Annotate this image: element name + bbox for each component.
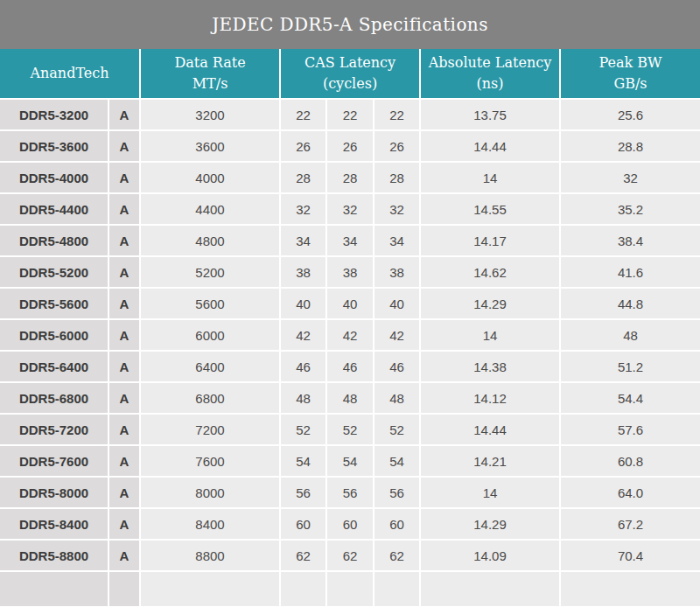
col-header-sublabel: (ns)	[421, 73, 559, 94]
cas-latency-cell	[280, 571, 326, 606]
table-row: DDR5-8400 A 8400 60 60 60 14.29 67.2	[0, 508, 700, 540]
absolute-latency-cell: 14.17	[420, 225, 560, 256]
cas-latency-cell: 54	[374, 445, 420, 477]
data-rate-cell: 6800	[140, 382, 280, 414]
spec-table-page: JEDEC DDR5-A Specifications AnandTech Da…	[0, 0, 700, 607]
col-header-peak-bw: Peak BW GB/s	[560, 49, 700, 99]
cas-latency-cell: 28	[374, 162, 420, 193]
row-variant: A	[108, 193, 140, 225]
row-label: DDR5-4800	[0, 225, 108, 256]
cas-latency-cell: 34	[326, 225, 374, 256]
col-header-label: Data Rate	[141, 52, 279, 73]
peak-bw-cell: 25.6	[560, 99, 700, 130]
cas-latency-cell: 26	[374, 130, 420, 162]
cas-latency-cell: 32	[374, 193, 420, 225]
table-row: DDR5-8000 A 8000 56 56 56 14 64.0	[0, 477, 700, 508]
table-row: DDR5-4800 A 4800 34 34 34 14.17 38.4	[0, 225, 700, 256]
row-label: DDR5-5200	[0, 256, 108, 288]
cas-latency-cell: 28	[326, 162, 374, 193]
row-label: DDR5-4000	[0, 162, 108, 193]
peak-bw-cell: 32	[560, 162, 700, 193]
data-rate-cell: 6000	[140, 319, 280, 351]
cas-latency-cell: 54	[280, 445, 326, 477]
peak-bw-cell: 35.2	[560, 193, 700, 225]
ddr5-spec-table: AnandTech Data Rate MT/s CAS Latency (cy…	[0, 49, 700, 606]
cas-latency-cell: 40	[280, 288, 326, 319]
peak-bw-cell: 51.2	[560, 351, 700, 382]
absolute-latency-cell: 14	[420, 319, 560, 351]
page-title: JEDEC DDR5-A Specifications	[212, 14, 488, 35]
cas-latency-cell: 38	[280, 256, 326, 288]
col-header-label: AnandTech	[0, 63, 139, 84]
cas-latency-cell: 52	[280, 414, 326, 445]
absolute-latency-cell: 14.55	[420, 193, 560, 225]
col-header-label: Peak BW	[561, 52, 700, 73]
absolute-latency-cell: 13.75	[420, 99, 560, 130]
peak-bw-cell: 44.8	[560, 288, 700, 319]
table-row: DDR5-3200 A 3200 22 22 22 13.75 25.6	[0, 99, 700, 130]
peak-bw-cell: 48	[560, 319, 700, 351]
table-title-bar: JEDEC DDR5-A Specifications	[0, 0, 700, 49]
cas-latency-cell: 32	[326, 193, 374, 225]
header-row: AnandTech Data Rate MT/s CAS Latency (cy…	[0, 49, 700, 99]
col-header-sublabel: (cycles)	[281, 73, 419, 94]
row-variant: A	[108, 445, 140, 477]
table-row: DDR5-4000 A 4000 28 28 28 14 32	[0, 162, 700, 193]
data-rate-cell: 3200	[140, 99, 280, 130]
cas-latency-cell: 38	[326, 256, 374, 288]
peak-bw-cell: 57.6	[560, 414, 700, 445]
absolute-latency-cell	[420, 571, 560, 606]
table-row: DDR5-3600 A 3600 26 26 26 14.44 28.8	[0, 130, 700, 162]
data-rate-cell: 5600	[140, 288, 280, 319]
row-variant: A	[108, 319, 140, 351]
cas-latency-cell: 42	[374, 319, 420, 351]
table-row: DDR5-5200 A 5200 38 38 38 14.62 41.6	[0, 256, 700, 288]
absolute-latency-cell: 14.44	[420, 130, 560, 162]
row-variant: A	[108, 351, 140, 382]
row-label: DDR5-6000	[0, 319, 108, 351]
cas-latency-cell: 34	[280, 225, 326, 256]
cas-latency-cell: 46	[374, 351, 420, 382]
cas-latency-cell: 52	[326, 414, 374, 445]
row-label: DDR5-8800	[0, 540, 108, 571]
row-variant: A	[108, 225, 140, 256]
absolute-latency-cell: 14.12	[420, 382, 560, 414]
cas-latency-cell: 26	[280, 130, 326, 162]
row-label: DDR5-3600	[0, 130, 108, 162]
row-variant	[108, 571, 140, 606]
col-header-cas-latency: CAS Latency (cycles)	[280, 49, 420, 99]
table-row: DDR5-6800 A 6800 48 48 48 14.12 54.4	[0, 382, 700, 414]
table-row: DDR5-5600 A 5600 40 40 40 14.29 44.8	[0, 288, 700, 319]
row-variant: A	[108, 288, 140, 319]
cas-latency-cell	[374, 571, 420, 606]
row-variant: A	[108, 414, 140, 445]
col-header-anandtech: AnandTech	[0, 49, 140, 99]
data-rate-cell: 4400	[140, 193, 280, 225]
row-variant: A	[108, 162, 140, 193]
cas-latency-cell: 42	[280, 319, 326, 351]
data-rate-cell: 7600	[140, 445, 280, 477]
col-header-sublabel: GB/s	[561, 73, 700, 94]
cas-latency-cell: 60	[280, 508, 326, 540]
absolute-latency-cell: 14.62	[420, 256, 560, 288]
data-rate-cell: 7200	[140, 414, 280, 445]
peak-bw-cell: 60.8	[560, 445, 700, 477]
cas-latency-cell: 38	[374, 256, 420, 288]
cas-latency-cell: 48	[374, 382, 420, 414]
cas-latency-cell: 62	[374, 540, 420, 571]
peak-bw-cell: 54.4	[560, 382, 700, 414]
cas-latency-cell	[326, 571, 374, 606]
cas-latency-cell: 56	[326, 477, 374, 508]
cas-latency-cell: 22	[326, 99, 374, 130]
cas-latency-cell: 56	[280, 477, 326, 508]
cas-latency-cell: 62	[280, 540, 326, 571]
col-header-label: CAS Latency	[281, 52, 419, 73]
absolute-latency-cell: 14	[420, 477, 560, 508]
cas-latency-cell: 60	[326, 508, 374, 540]
row-variant: A	[108, 508, 140, 540]
peak-bw-cell: 41.6	[560, 256, 700, 288]
col-header-data-rate: Data Rate MT/s	[140, 49, 280, 99]
cas-latency-cell: 62	[326, 540, 374, 571]
peak-bw-cell: 67.2	[560, 508, 700, 540]
cas-latency-cell: 52	[374, 414, 420, 445]
